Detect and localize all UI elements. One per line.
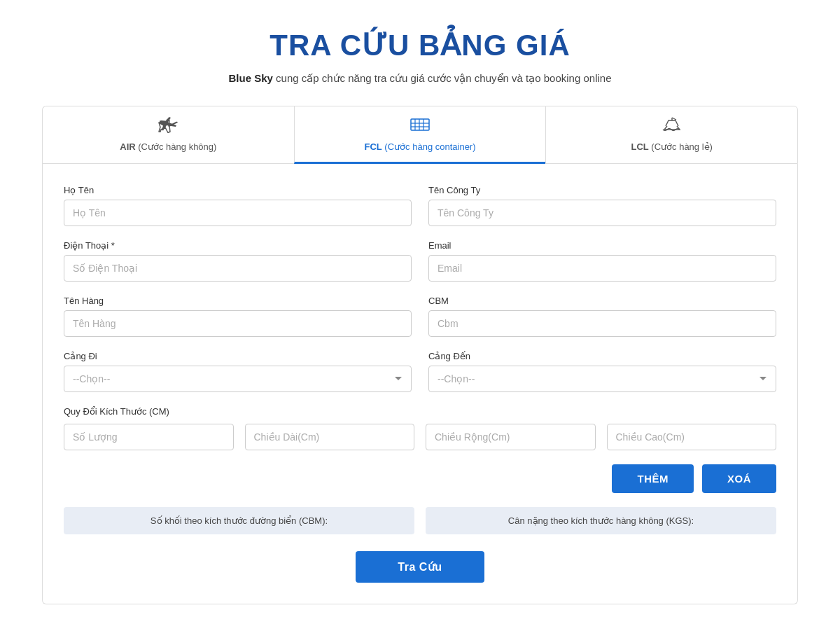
- calc-info-row: Số khối theo kích thước đường biển (CBM)…: [64, 507, 776, 534]
- group-cbm: CBM: [428, 296, 776, 337]
- form-container: Họ Tên Tên Công Ty Điện Thoại * Email Tê…: [42, 164, 798, 604]
- input-dien-thoai[interactable]: [64, 255, 412, 282]
- input-ten-hang[interactable]: [64, 310, 412, 337]
- select-cang-den[interactable]: --Chọn--: [428, 366, 776, 392]
- group-dien-thoai: Điện Thoại *: [64, 240, 412, 282]
- group-ho-ten: Họ Tên: [64, 185, 412, 226]
- group-chieu-rong: [426, 424, 596, 450]
- group-cang-di: Cảng Đi --Chọn--: [64, 351, 412, 392]
- search-btn-row: Tra Cứu: [64, 551, 776, 583]
- dims-section: Quy Đổi Kích Thước (CM): [64, 406, 776, 450]
- label-ho-ten: Họ Tên: [64, 185, 412, 195]
- input-so-luong[interactable]: [64, 424, 234, 450]
- calc-kgs-box: Cân nặng theo kích thước hàng không (KGS…: [426, 507, 776, 534]
- tab-lcl-label: LCL (Cước hàng lẻ): [631, 141, 712, 152]
- label-email: Email: [428, 240, 776, 251]
- input-chieu-dai[interactable]: [245, 424, 415, 450]
- group-chieu-cao: [607, 424, 777, 450]
- label-cang-di: Cảng Đi: [64, 351, 412, 361]
- container-icon: [410, 116, 430, 137]
- input-chieu-rong[interactable]: [426, 424, 596, 450]
- airplane-icon: [158, 116, 178, 137]
- input-chieu-cao[interactable]: [607, 424, 777, 450]
- dims-inputs-row: [64, 424, 776, 450]
- input-cbm[interactable]: [428, 310, 776, 337]
- tab-fcl[interactable]: FCL (Cước hàng container): [294, 106, 546, 164]
- label-ten-hang: Tên Hàng: [64, 296, 412, 306]
- select-cang-di[interactable]: --Chọn--: [64, 366, 412, 392]
- group-ten-cong-ty: Tên Công Ty: [428, 185, 776, 226]
- input-ten-cong-ty[interactable]: [428, 200, 776, 226]
- calc-cbm-box: Số khối theo kích thước đường biển (CBM)…: [64, 507, 414, 534]
- svg-rect-0: [411, 119, 429, 130]
- tra-cuu-button[interactable]: Tra Cứu: [356, 551, 484, 583]
- tab-air-label: AIR (Cước hàng không): [120, 141, 216, 152]
- input-ho-ten[interactable]: [64, 200, 412, 226]
- label-cbm: CBM: [428, 296, 776, 306]
- subtitle: Blue Sky cung cấp chức năng tra cứu giá …: [229, 72, 612, 85]
- row-name-company: Họ Tên Tên Công Ty: [64, 185, 776, 226]
- page-title: TRA CỨU BẢNG GIÁ: [270, 28, 570, 62]
- ship-icon: [662, 116, 682, 137]
- row-cang: Cảng Đi --Chọn-- Cảng Đến --Chọn--: [64, 351, 776, 392]
- label-ten-cong-ty: Tên Công Ty: [428, 185, 776, 195]
- group-cang-den: Cảng Đến --Chọn--: [428, 351, 776, 392]
- row-phone-email: Điện Thoại * Email: [64, 240, 776, 282]
- tab-lcl[interactable]: LCL (Cước hàng lẻ): [545, 106, 798, 164]
- group-chieu-dai: [245, 424, 415, 450]
- row-hang-cbm: Tên Hàng CBM: [64, 296, 776, 337]
- input-email[interactable]: [428, 255, 776, 282]
- group-so-luong: [64, 424, 234, 450]
- action-buttons-row: THÊM XOÁ: [64, 464, 776, 493]
- group-email: Email: [428, 240, 776, 282]
- tab-air[interactable]: AIR (Cước hàng không): [42, 106, 294, 164]
- xoa-button[interactable]: XOÁ: [702, 464, 776, 493]
- tab-fcl-label: FCL (Cước hàng container): [364, 141, 475, 152]
- label-dien-thoai: Điện Thoại *: [64, 240, 412, 251]
- them-button[interactable]: THÊM: [612, 464, 694, 493]
- dims-section-label: Quy Đổi Kích Thước (CM): [64, 406, 776, 417]
- label-cang-den: Cảng Đến: [428, 351, 776, 361]
- group-ten-hang: Tên Hàng: [64, 296, 412, 337]
- tabs-container: AIR (Cước hàng không) FCL (Cước hàng con…: [42, 106, 798, 164]
